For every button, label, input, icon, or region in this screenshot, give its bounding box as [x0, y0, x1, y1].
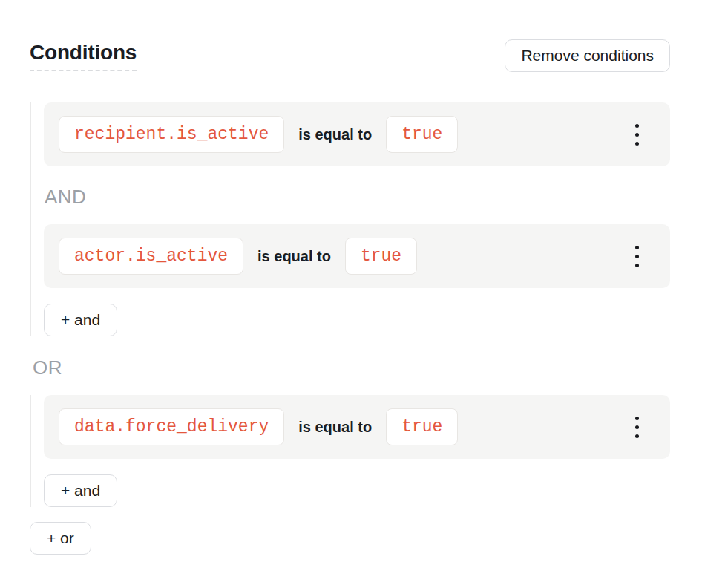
condition-value-chip: true — [386, 408, 458, 445]
add-or-group-button[interactable]: + or — [30, 522, 91, 555]
conditions-panel: Conditions Remove conditions recipient.i… — [0, 0, 702, 555]
condition-field-chip: actor.is_active — [59, 238, 243, 275]
conditions-list: recipient.is_active is equal to true AND… — [30, 102, 670, 555]
or-joiner-label: OR — [33, 356, 670, 379]
condition-menu-button[interactable] — [629, 412, 645, 442]
kebab-dot — [635, 425, 639, 429]
condition-value-chip: true — [386, 116, 458, 153]
condition-menu-button[interactable] — [629, 120, 645, 150]
condition-operator: is equal to — [257, 248, 331, 265]
condition-menu-button[interactable] — [629, 241, 645, 272]
page-title[interactable]: Conditions — [30, 41, 137, 71]
kebab-menu-icon — [635, 246, 639, 267]
condition-group: recipient.is_active is equal to true AND… — [30, 102, 670, 336]
kebab-dot — [635, 142, 639, 146]
condition-field-chip: recipient.is_active — [59, 116, 284, 153]
condition-operator: is equal to — [298, 126, 372, 143]
condition-value-chip: true — [345, 238, 417, 275]
add-and-condition-button[interactable]: + and — [44, 304, 117, 336]
condition-row[interactable]: recipient.is_active is equal to true — [44, 102, 670, 166]
condition-row[interactable]: actor.is_active is equal to true — [44, 224, 670, 288]
kebab-menu-icon — [635, 416, 639, 438]
kebab-menu-icon — [635, 124, 639, 146]
kebab-dot — [635, 133, 639, 137]
condition-row[interactable]: data.force_delivery is equal to true — [44, 395, 670, 459]
kebab-dot — [635, 255, 639, 258]
condition-operator: is equal to — [298, 419, 372, 436]
kebab-dot — [635, 416, 639, 420]
condition-group: data.force_delivery is equal to true + a… — [30, 395, 670, 507]
condition-field-chip: data.force_delivery — [59, 408, 284, 445]
remove-conditions-button[interactable]: Remove conditions — [505, 39, 670, 72]
and-joiner-label: AND — [45, 186, 670, 208]
kebab-dot — [635, 264, 639, 267]
kebab-dot — [635, 246, 639, 249]
panel-header: Conditions Remove conditions — [30, 39, 670, 72]
kebab-dot — [635, 124, 639, 128]
add-and-condition-button[interactable]: + and — [44, 474, 117, 507]
kebab-dot — [635, 434, 639, 438]
